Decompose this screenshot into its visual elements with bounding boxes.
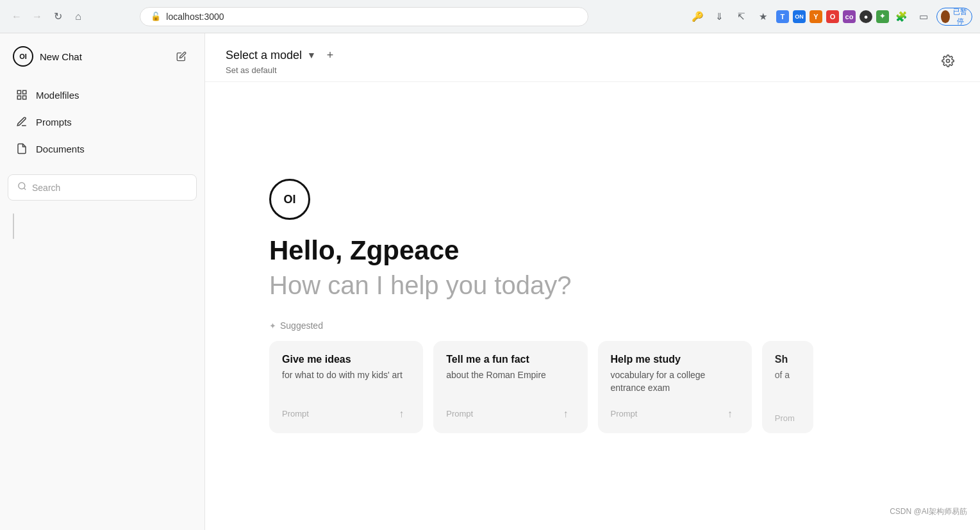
prompt-card-2-footer: Prompt ↑ bbox=[446, 405, 574, 423]
prompt-card-1-title: Give me ideas bbox=[282, 354, 410, 365]
prompt-card-4-subtitle: of a bbox=[775, 369, 801, 382]
prompt-card-4-content: Sh of a bbox=[775, 354, 801, 382]
prompt-card-2-content: Tell me a fun fact about the Roman Empir… bbox=[446, 354, 574, 382]
watermark: CSDN @AI架构师易筋 bbox=[890, 506, 967, 517]
sidebar-divider bbox=[13, 213, 14, 239]
browser-actions: 🔑 ⇓ ↸ ★ T ON Y O co ● ✦ 🧩 ▭ 已暂停 bbox=[689, 8, 972, 26]
browser-chrome: ← → ↻ ⌂ 🔓 localhost:3000 🔑 ⇓ ↸ ★ T ON Y … bbox=[0, 0, 980, 33]
prompt-card-1-content: Give me ideas for what to do with my kid… bbox=[282, 354, 410, 382]
o-extension[interactable]: O bbox=[826, 10, 839, 23]
new-chat-label: New Chat bbox=[40, 51, 82, 62]
prompt-card-2-subtitle: about the Roman Empire bbox=[446, 369, 574, 382]
sidebar-logo: OI New Chat bbox=[13, 46, 82, 67]
search-input[interactable] bbox=[32, 183, 187, 193]
prompt-card-1[interactable]: Give me ideas for what to do with my kid… bbox=[269, 341, 423, 433]
profile-label: 已暂停 bbox=[952, 7, 968, 26]
prompt-card-3-arrow[interactable]: ↑ bbox=[721, 405, 739, 423]
address-bar[interactable]: 🔓 localhost:3000 bbox=[140, 7, 588, 26]
download-btn[interactable]: ⇓ bbox=[711, 8, 729, 26]
app-container: OI New Chat Modelfiles bbox=[0, 33, 980, 530]
prompt-card-4-footer: Prom bbox=[775, 413, 801, 423]
prompts-label: Prompts bbox=[36, 117, 72, 128]
sidebar-header: OI New Chat bbox=[8, 44, 197, 69]
profile-button[interactable]: 已暂停 bbox=[936, 8, 972, 26]
svg-line-5 bbox=[24, 188, 26, 190]
sidebar-item-documents[interactable]: Documents bbox=[8, 136, 197, 161]
chevron-down-icon: ▼ bbox=[307, 50, 316, 60]
main-header: Select a model ▼ + Set as default bbox=[205, 33, 980, 82]
model-selector-area: Select a model ▼ + Set as default bbox=[226, 46, 339, 75]
sparkle-icon: ✦ bbox=[269, 321, 276, 331]
home-button[interactable]: ⌂ bbox=[69, 8, 87, 26]
reload-button[interactable]: ↻ bbox=[49, 8, 67, 26]
prompt-card-4-footer-label: Prom bbox=[775, 413, 795, 423]
dark-extension[interactable]: ● bbox=[860, 10, 872, 23]
sidebar-item-prompts[interactable]: Prompts bbox=[8, 109, 197, 135]
prompt-card-3-content: Help me study vocabulary for a college e… bbox=[611, 354, 739, 394]
hero-greeting: Hello, Zgpeace bbox=[269, 235, 459, 266]
nav-buttons: ← → ↻ ⌂ bbox=[8, 8, 87, 26]
main-content: Select a model ▼ + Set as default OI Hel… bbox=[205, 33, 980, 530]
sidebar-item-modelfiles[interactable]: Modelfiles bbox=[8, 82, 197, 108]
sidebar-nav: Modelfiles Prompts bbox=[8, 82, 197, 161]
prompt-card-2-arrow[interactable]: ↑ bbox=[557, 405, 575, 423]
prompt-card-4[interactable]: Sh of a Prom bbox=[762, 341, 813, 433]
prompt-card-3-footer-label: Prompt bbox=[611, 409, 638, 418]
sidebar-btn[interactable]: ▭ bbox=[915, 8, 933, 26]
svg-rect-1 bbox=[23, 90, 26, 94]
svg-point-4 bbox=[19, 183, 25, 189]
svg-rect-3 bbox=[23, 96, 26, 99]
lock-icon: 🔓 bbox=[151, 12, 161, 21]
svg-point-6 bbox=[947, 59, 950, 62]
forward-button[interactable]: → bbox=[28, 8, 46, 26]
prompt-card-3-footer: Prompt ↑ bbox=[611, 405, 739, 423]
hero-subtext: How can I help you today? bbox=[269, 271, 571, 300]
prompt-card-1-arrow[interactable]: ↑ bbox=[392, 405, 410, 423]
logo-icon: OI bbox=[13, 46, 33, 67]
svg-rect-2 bbox=[17, 96, 21, 99]
bookmark-btn[interactable]: ★ bbox=[754, 8, 772, 26]
prompt-cards: Give me ideas for what to do with my kid… bbox=[269, 341, 916, 433]
hero-section: OI Hello, Zgpeace How can I help you tod… bbox=[205, 82, 980, 530]
prompt-card-3-title: Help me study bbox=[611, 354, 739, 365]
share-btn[interactable]: ↸ bbox=[733, 8, 751, 26]
prompt-card-2-footer-label: Prompt bbox=[446, 409, 473, 418]
translate-extension[interactable]: T bbox=[776, 10, 789, 23]
grid-icon bbox=[15, 88, 28, 101]
sidebar: OI New Chat Modelfiles bbox=[0, 33, 205, 530]
prompt-card-1-footer: Prompt ↑ bbox=[282, 405, 410, 423]
prompt-card-2[interactable]: Tell me a fun fact about the Roman Empir… bbox=[433, 341, 587, 433]
back-button[interactable]: ← bbox=[8, 8, 26, 26]
prompt-card-3[interactable]: Help me study vocabulary for a college e… bbox=[598, 341, 752, 433]
model-add-button[interactable]: + bbox=[321, 46, 339, 64]
prompt-card-1-subtitle: for what to do with my kids' art bbox=[282, 369, 410, 382]
edit-icon bbox=[176, 51, 187, 62]
avatar bbox=[941, 10, 950, 23]
prompt-card-2-title: Tell me a fun fact bbox=[446, 354, 574, 365]
hero-logo: OI bbox=[269, 179, 310, 220]
pencil-icon bbox=[15, 115, 28, 128]
new-chat-edit-button[interactable] bbox=[171, 46, 192, 67]
set-default-link[interactable]: Set as default bbox=[226, 65, 339, 75]
model-selector-title: Select a model bbox=[226, 49, 302, 62]
co-extension[interactable]: co bbox=[843, 10, 856, 23]
documents-label: Documents bbox=[36, 144, 85, 154]
modelfiles-label: Modelfiles bbox=[36, 90, 79, 101]
model-selector[interactable]: Select a model ▼ + bbox=[226, 46, 339, 64]
search-icon bbox=[17, 181, 27, 194]
on-extension[interactable]: ON bbox=[793, 10, 806, 23]
prompt-card-4-title: Sh bbox=[775, 354, 801, 365]
gear-icon bbox=[942, 54, 954, 67]
document-icon bbox=[15, 142, 28, 155]
svg-rect-0 bbox=[17, 90, 21, 94]
prompt-card-1-footer-label: Prompt bbox=[282, 409, 309, 418]
y-extension[interactable]: Y bbox=[810, 10, 822, 23]
prompt-card-3-subtitle: vocabulary for a college entrance exam bbox=[611, 369, 739, 394]
search-box[interactable] bbox=[8, 174, 197, 201]
suggested-label: ✦ Suggested bbox=[269, 320, 323, 331]
settings-button[interactable] bbox=[936, 49, 959, 72]
key-icon-btn[interactable]: 🔑 bbox=[689, 8, 707, 26]
puzzle-btn[interactable]: 🧩 bbox=[893, 8, 911, 26]
url-text: localhost:3000 bbox=[166, 12, 224, 22]
green-extension[interactable]: ✦ bbox=[876, 10, 889, 23]
